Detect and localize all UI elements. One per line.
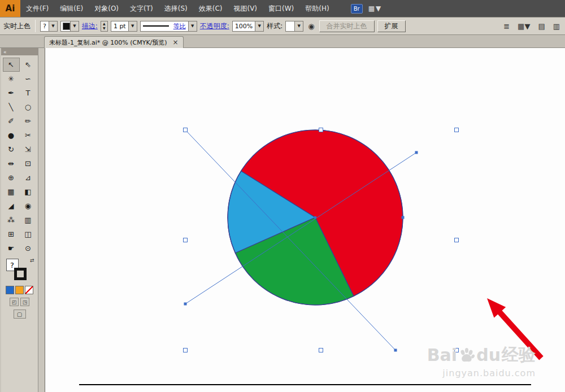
artboard-tool[interactable]: ⊞: [3, 227, 20, 241]
canvas-area[interactable]: Bai du经验 jingyan.baidu.com: [45, 48, 565, 392]
zoom-tool[interactable]: ⊙: [20, 241, 37, 255]
control-bar: 实时上色 ? ▼ ▼ 描边: ▲▼ 1 pt ▼ 等比 ▼ 不透明度: 100%…: [0, 17, 565, 35]
opacity-dropdown[interactable]: 100% ▼: [232, 21, 264, 32]
expand-button[interactable]: 扩展: [377, 20, 406, 32]
tools-panel: « ↖⇖✳∽✒T╲○✐✏●✂↻⇲⇹⊡⊕⊿▦◧◢◉⁂▥⊞◫☛⊙ ⇄ ? ◰◳ ▢: [1, 48, 38, 392]
fill-unknown-value: ?: [41, 23, 49, 30]
menu-bar: Ai 文件(F)编辑(E)对象(O)文字(T)选择(S)效果(C)视图(V)窗口…: [0, 0, 565, 17]
arrange-documents-icon[interactable]: ▦▼: [516, 22, 532, 31]
menu-文件(F)[interactable]: 文件(F): [20, 0, 54, 17]
anchor-point[interactable]: [402, 216, 405, 219]
close-icon[interactable]: ×: [173, 38, 179, 46]
merge-live-paint-button[interactable]: 合并实时上色: [319, 20, 375, 32]
menu-效果(C)[interactable]: 效果(C): [193, 0, 228, 17]
stroke-color-dropdown[interactable]: ▼: [60, 21, 79, 32]
scissors-tool[interactable]: ✂: [20, 128, 37, 142]
selection-center-point[interactable]: [314, 216, 316, 219]
artwork-svg: [45, 48, 565, 392]
stroke-weight-dropdown[interactable]: 1 pt ▼: [111, 21, 137, 32]
direct-selection-tool[interactable]: ⇖: [20, 58, 37, 72]
chevron-down-icon[interactable]: ▼: [49, 21, 57, 31]
selection-tool[interactable]: ↖: [3, 58, 20, 72]
align-left-icon[interactable]: ▤: [536, 22, 546, 31]
fill-color-dropdown[interactable]: ? ▼: [40, 21, 58, 32]
column-graph-tool[interactable]: ▥: [20, 213, 37, 227]
selection-handle[interactable]: [184, 349, 188, 352]
stroke-profile-preview: [143, 25, 169, 27]
draw-mode-buttons: ◰◳: [1, 298, 38, 306]
menu-bar-right: Br ▦▼: [351, 0, 383, 17]
selection-handle[interactable]: [455, 128, 459, 132]
pen-tool[interactable]: ✒: [3, 86, 20, 100]
chevron-down-icon[interactable]: ▼: [255, 21, 263, 31]
menu-选择(S)[interactable]: 选择(S): [159, 0, 193, 17]
type-tool[interactable]: T: [20, 86, 37, 100]
shape-builder-tool[interactable]: ⊕: [3, 171, 20, 185]
illustrator-window: Ai 文件(F)编辑(E)对象(O)文字(T)选择(S)效果(C)视图(V)窗口…: [0, 0, 565, 392]
none-swatch[interactable]: [25, 286, 33, 294]
separator: [35, 20, 36, 32]
width-tool[interactable]: ⇹: [3, 156, 20, 171]
perspective-grid-tool[interactable]: ⊿: [20, 171, 37, 185]
menu-视图(V)[interactable]: 视图(V): [228, 0, 263, 17]
eyedropper-tool[interactable]: ◢: [3, 199, 20, 213]
align-right-icon[interactable]: ▥: [551, 22, 562, 31]
document-tab[interactable]: 未标题-1_复制.ai* @ 100% (CMYK/预览) ×: [44, 36, 184, 48]
anchor-point[interactable]: [184, 303, 187, 306]
hand-tool[interactable]: ☛: [3, 241, 20, 255]
menu-编辑(E)[interactable]: 编辑(E): [54, 0, 89, 17]
menu-对象(O)[interactable]: 对象(O): [89, 0, 124, 17]
anchor-point[interactable]: [394, 349, 397, 352]
line-segment-tool[interactable]: ╲: [3, 100, 20, 114]
selection-handle[interactable]: [184, 238, 188, 242]
live-paint-label: 实时上色: [3, 21, 31, 31]
symbol-sprayer-tool[interactable]: ⁂: [3, 213, 20, 227]
selection-handle[interactable]: [455, 238, 459, 242]
stroke-weight-stepper[interactable]: ▲▼: [101, 21, 108, 32]
gradient-swatch[interactable]: [15, 286, 24, 294]
screen-mode-button[interactable]: ▢: [14, 310, 26, 319]
control-bar-right: ≣ ▦▼ ▤ ▥: [502, 22, 562, 31]
width-profile-dropdown[interactable]: 等比 ▼: [140, 21, 197, 32]
recolor-artwork-icon[interactable]: ◉: [306, 22, 316, 31]
baidu-watermark: Bai du经验 jingyan.baidu.com: [427, 343, 536, 378]
blob-brush-tool[interactable]: ●: [3, 128, 20, 142]
anchor-point[interactable]: [415, 151, 418, 154]
draw-mode-1-button[interactable]: ◰: [10, 298, 19, 306]
selection-handle[interactable]: [319, 128, 323, 132]
opacity-panel-link[interactable]: 不透明度:: [200, 21, 229, 31]
workspace-switcher-icon[interactable]: ▦▼: [368, 5, 383, 12]
free-transform-tool[interactable]: ⊡: [20, 156, 37, 171]
color-swatch[interactable]: [6, 286, 14, 294]
rotate-tool[interactable]: ↻: [3, 142, 20, 156]
mesh-tool[interactable]: ▦: [3, 185, 20, 199]
menu-窗口(W)[interactable]: 窗口(W): [263, 0, 299, 17]
menu-文字(T)[interactable]: 文字(T): [124, 0, 159, 17]
ellipse-tool[interactable]: ○: [20, 100, 37, 114]
blend-tool[interactable]: ◉: [20, 199, 37, 213]
chevron-down-icon[interactable]: ▼: [294, 21, 303, 31]
pencil-tool[interactable]: ✏: [20, 114, 37, 128]
lasso-tool[interactable]: ∽: [20, 72, 37, 86]
draw-mode-2-button[interactable]: ◳: [20, 298, 29, 306]
menu-帮助(H)[interactable]: 帮助(H): [299, 0, 334, 17]
chevron-down-icon[interactable]: ▼: [70, 21, 79, 31]
gradient-tool[interactable]: ◧: [20, 185, 37, 199]
selection-handle[interactable]: [319, 349, 323, 352]
magic-wand-tool[interactable]: ✳: [3, 72, 20, 86]
bridge-icon[interactable]: Br: [351, 4, 363, 14]
baidu-paw-icon: [458, 347, 475, 364]
panel-collapse-button[interactable]: «: [1, 48, 38, 55]
selection-handle[interactable]: [184, 128, 188, 132]
tools-grid: ↖⇖✳∽✒T╲○✐✏●✂↻⇲⇹⊡⊕⊿▦◧◢◉⁂▥⊞◫☛⊙: [1, 58, 38, 255]
swap-fill-stroke-icon[interactable]: ⇄: [30, 258, 34, 263]
panel-menu-icon[interactable]: ≣: [502, 22, 511, 31]
slice-tool[interactable]: ◫: [20, 227, 37, 241]
chevron-down-icon[interactable]: ▼: [188, 21, 197, 31]
chevron-down-icon[interactable]: ▼: [128, 21, 137, 31]
scale-tool[interactable]: ⇲: [20, 142, 37, 156]
paintbrush-tool[interactable]: ✐: [3, 114, 20, 128]
style-dropdown[interactable]: ▼: [285, 21, 303, 32]
stroke-panel-link[interactable]: 描边:: [82, 21, 98, 31]
stroke-swatch[interactable]: [14, 268, 27, 280]
